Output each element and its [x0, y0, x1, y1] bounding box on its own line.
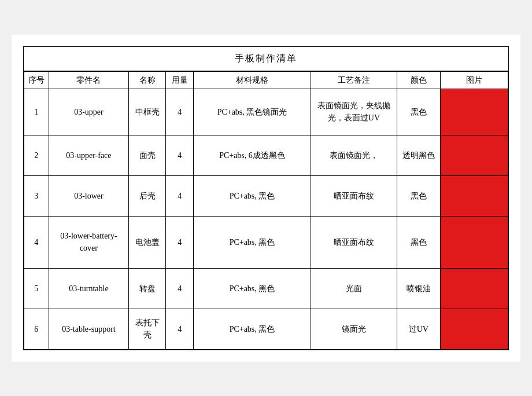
cell-image — [440, 135, 508, 175]
cell-name: 面壳 — [129, 135, 166, 175]
cell-seq: 3 — [24, 175, 49, 216]
cell-image — [440, 309, 508, 349]
cell-image — [440, 268, 508, 309]
cell-process: 光面 — [311, 268, 397, 309]
cell-color: 黑色 — [397, 175, 441, 216]
cell-color: 透明黑色 — [397, 135, 441, 175]
cell-process: 表面镜面光，夹线抛光，表面过UV — [311, 89, 397, 135]
cell-color: 黑色 — [397, 216, 441, 268]
cell-part: 03-lower — [49, 175, 129, 216]
table-row: 403-lower-battery-cover电池盖4PC+abs, 黑色晒亚面… — [24, 216, 508, 268]
header-seq: 序号 — [24, 71, 49, 89]
cell-color: 过UV — [397, 309, 441, 349]
cell-seq: 2 — [24, 135, 49, 175]
header-process: 工艺备注 — [311, 71, 397, 89]
header-image: 图片 — [440, 71, 508, 89]
table-row: 203-upper-face面壳4PC+abs, 6成透黑色表面镜面光，透明黑色 — [24, 135, 508, 175]
main-table: 序号 零件名 名称 用量 材料规格 工艺备注 颜色 图片 103-upper中框… — [24, 71, 508, 350]
cell-part: 03-turntable — [49, 268, 129, 309]
cell-qty: 4 — [166, 175, 194, 216]
cell-name: 表托下壳 — [129, 309, 166, 349]
cell-spec: PC+abs, 黑色 — [194, 216, 311, 268]
cell-spec: PC+abs, 黑色 — [194, 309, 311, 349]
cell-spec: PC+abs, 黑色 — [194, 175, 311, 216]
cell-seq: 6 — [24, 309, 49, 349]
cell-spec: PC+abs, 6成透黑色 — [194, 135, 311, 175]
cell-process: 晒亚面布纹 — [311, 216, 397, 268]
cell-seq: 5 — [24, 268, 49, 309]
cell-part: 03-upper — [49, 89, 129, 135]
cell-name: 中框壳 — [129, 89, 166, 135]
cell-image — [440, 89, 508, 135]
cell-qty: 4 — [166, 309, 194, 349]
cell-color: 喷银油 — [397, 268, 441, 309]
cell-spec: PC+abs, 黑色 — [194, 268, 311, 309]
header-name: 名称 — [129, 71, 166, 89]
header-part: 零件名 — [49, 71, 129, 89]
cell-name: 转盘 — [129, 268, 166, 309]
cell-spec: PC+abs, 黑色镜面光 — [194, 89, 311, 135]
header-qty: 用量 — [166, 71, 194, 89]
cell-process: 表面镜面光， — [311, 135, 397, 175]
table-wrapper: 手板制作清单 序号 零件名 名称 用量 材料规格 工艺备注 — [23, 46, 509, 350]
cell-image — [440, 216, 508, 268]
cell-part: 03-upper-face — [49, 135, 129, 175]
table-row: 103-upper中框壳4PC+abs, 黑色镜面光表面镜面光，夹线抛光，表面过… — [24, 89, 508, 135]
cell-qty: 4 — [166, 216, 194, 268]
table-row: 303-lower后壳4PC+abs, 黑色晒亚面布纹黑色 — [24, 175, 508, 216]
header-spec: 材料规格 — [194, 71, 311, 89]
cell-color: 黑色 — [397, 89, 441, 135]
cell-image — [440, 175, 508, 216]
table-row: 603-table-support表托下壳4PC+abs, 黑色镜面光过UV — [24, 309, 508, 349]
table-row: 503-turntable转盘4PC+abs, 黑色光面喷银油 — [24, 268, 508, 309]
cell-qty: 4 — [166, 89, 194, 135]
cell-process: 晒亚面布纹 — [311, 175, 397, 216]
table-title: 手板制作清单 — [24, 47, 508, 71]
cell-name: 后壳 — [129, 175, 166, 216]
cell-part: 03-lower-battery-cover — [49, 216, 129, 268]
cell-qty: 4 — [166, 135, 194, 175]
cell-seq: 1 — [24, 89, 49, 135]
cell-qty: 4 — [166, 268, 194, 309]
page-container: 手板制作清单 序号 零件名 名称 用量 材料规格 工艺备注 — [12, 35, 520, 362]
header-row: 序号 零件名 名称 用量 材料规格 工艺备注 颜色 图片 — [24, 71, 508, 89]
cell-name: 电池盖 — [129, 216, 166, 268]
header-color: 颜色 — [397, 71, 441, 89]
cell-seq: 4 — [24, 216, 49, 268]
cell-process: 镜面光 — [311, 309, 397, 349]
cell-part: 03-table-support — [49, 309, 129, 349]
